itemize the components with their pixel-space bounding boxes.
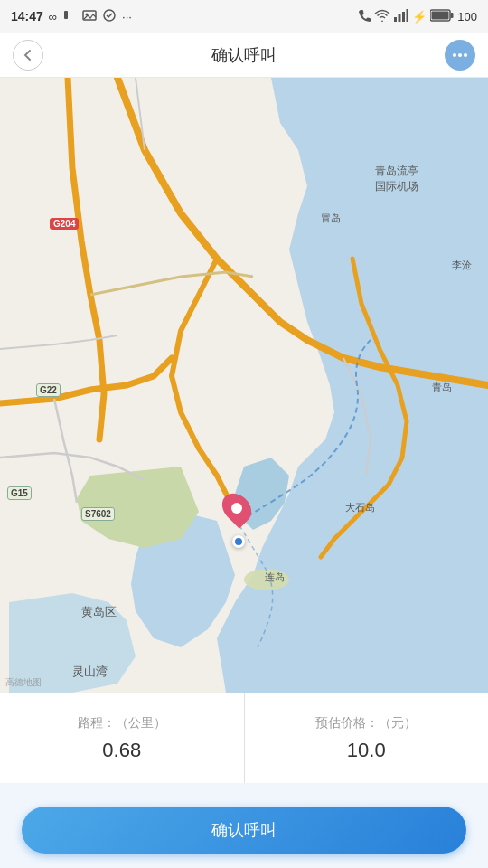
battery-level: 100: [457, 10, 477, 24]
dots-icon: ···: [122, 10, 132, 24]
signal-icon: ∞: [49, 10, 57, 24]
distance-value: 0.68: [102, 739, 141, 762]
status-right: ⚡ 100: [358, 9, 477, 24]
status-left: 14:47 ∞ ···: [11, 8, 132, 25]
back-button[interactable]: [13, 40, 43, 71]
sim-icon: [62, 8, 77, 25]
svg-point-16: [244, 569, 289, 590]
charging-icon: ⚡: [412, 10, 427, 24]
svg-rect-0: [64, 11, 68, 19]
menu-button[interactable]: [445, 40, 475, 71]
svg-point-13: [458, 53, 462, 57]
price-block: 预估价格：（元） 10.0: [245, 693, 489, 783]
status-time: 14:47: [11, 9, 43, 24]
svg-point-11: [22, 49, 34, 61]
info-section: 路程：（公里） 0.68 预估价格：（元） 10.0: [0, 693, 488, 783]
origin-dot: [232, 535, 245, 548]
header: 确认呼叫: [0, 33, 488, 78]
header-title: 确认呼叫: [211, 44, 277, 66]
check-icon: [102, 8, 117, 25]
status-bar: 14:47 ∞ ··· ⚡ 100: [0, 0, 488, 33]
wifi-icon: [374, 9, 390, 24]
svg-rect-6: [402, 12, 405, 22]
distance-block: 路程：（公里） 0.68: [0, 693, 245, 783]
svg-rect-4: [394, 17, 397, 22]
confirm-button-label: 确认呼叫: [211, 819, 277, 841]
bottom-area: 确认呼叫: [0, 783, 488, 868]
map-background: [0, 78, 488, 693]
price-label: 预估价格：（元）: [315, 715, 417, 731]
s7602-badge: S7602: [81, 507, 115, 521]
phone-icon: [358, 9, 371, 24]
svg-point-14: [464, 53, 467, 57]
svg-point-12: [453, 53, 456, 57]
destination-pin: [224, 492, 249, 524]
battery-icon: [430, 9, 454, 24]
signal-bars-icon: [394, 9, 408, 24]
confirm-button[interactable]: 确认呼叫: [22, 807, 466, 854]
g15-badge: G15: [7, 486, 32, 500]
svg-rect-9: [432, 11, 449, 19]
gaode-watermark: 高德地图: [5, 676, 42, 689]
svg-rect-10: [451, 13, 454, 18]
image-icon: [82, 8, 97, 25]
g22-badge: G22: [36, 383, 61, 397]
map-container: 青岛流亭国际机场 冒岛 李沧 青岛 大石岛 连岛 黄岛区 灵山湾 G204 G2…: [0, 78, 488, 693]
svg-rect-5: [399, 14, 401, 22]
price-value: 10.0: [347, 739, 386, 762]
svg-rect-7: [407, 9, 409, 22]
g204-badge: G204: [50, 218, 79, 230]
distance-label: 路程：（公里）: [78, 715, 166, 731]
